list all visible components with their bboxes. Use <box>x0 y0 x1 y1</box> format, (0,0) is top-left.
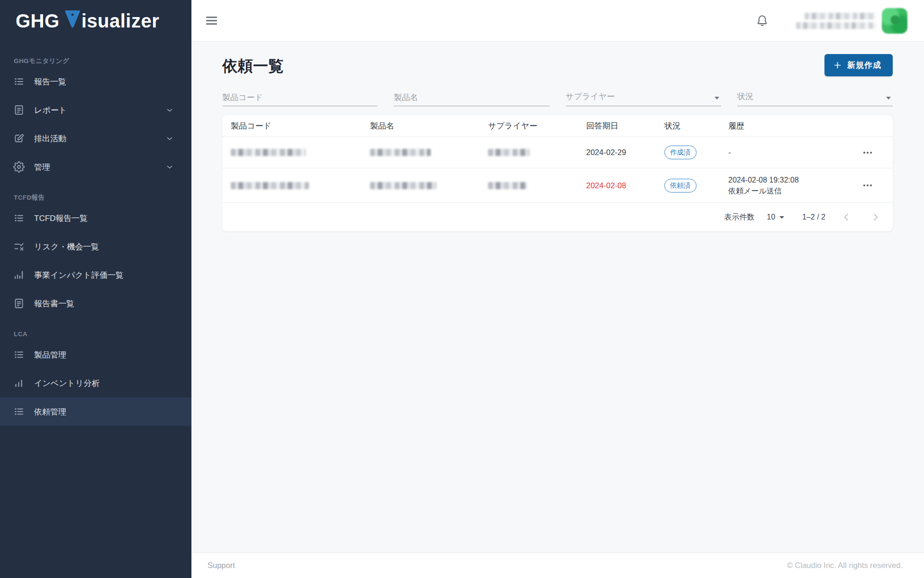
cell-supplier-redacted <box>488 182 527 189</box>
sidebar-item-label: レポート <box>34 105 67 116</box>
sidebar-item-label: リスク・機会一覧 <box>34 241 99 252</box>
sidebar-item-label: 製品管理 <box>34 349 66 360</box>
list-icon <box>13 349 25 360</box>
column-header-due-date: 回答期日 <box>586 120 664 131</box>
cell-supplier-redacted <box>488 149 530 156</box>
logo-text-suffix: isualizer <box>82 10 160 32</box>
support-link[interactable]: Support <box>208 561 235 570</box>
user-avatar[interactable] <box>882 8 907 34</box>
sidebar-item-label: インベントリ分析 <box>34 378 100 389</box>
list-icon <box>13 76 25 87</box>
sidebar: GHG isualizer GHGモニタリング 報告一覧 レポート <box>0 0 191 578</box>
document-icon <box>13 104 25 116</box>
column-header-product-name: 製品名 <box>370 120 488 131</box>
cell-product-name-redacted <box>370 149 431 156</box>
product-code-input[interactable] <box>222 87 378 106</box>
rows-per-page-select[interactable]: 10 <box>767 213 784 221</box>
rows-per-page-label: 表示件数 <box>724 212 754 222</box>
sidebar-item-label: TCFD報告一覧 <box>34 213 88 224</box>
column-header-status: 状況 <box>664 120 728 131</box>
page-title: 依頼一覧 <box>222 56 284 77</box>
product-name-input[interactable] <box>394 87 549 106</box>
sidebar-item-inventory-analysis[interactable]: インベントリ分析 <box>0 369 191 397</box>
create-new-button[interactable]: 新規作成 <box>824 54 893 76</box>
cell-product-code-redacted <box>231 182 309 189</box>
sidebar-item-report-document-list[interactable]: 報告書一覧 <box>0 289 191 318</box>
cell-due-date: 2024-02-08 <box>586 181 664 190</box>
cell-product-name-redacted <box>370 182 436 189</box>
edit-icon <box>13 133 25 144</box>
sidebar-item-label: 管理 <box>34 162 50 173</box>
sidebar-nav: GHGモニタリング 報告一覧 レポート 排出活動 <box>0 42 191 426</box>
impact-chart-icon <box>13 269 25 281</box>
footer: Support © Claudio Inc. All rights reserv… <box>191 552 924 578</box>
gear-icon <box>13 161 25 173</box>
logo-v-icon <box>64 9 81 33</box>
status-badge: 作成済 <box>664 146 697 159</box>
list-icon <box>13 212 25 224</box>
sidebar-item-risk-opportunity-list[interactable]: リスク・機会一覧 <box>0 232 191 261</box>
next-page-icon[interactable] <box>867 209 884 226</box>
bar-chart-icon <box>13 377 25 389</box>
column-header-history: 履歴 <box>728 120 847 131</box>
sidebar-item-label: 排出活動 <box>34 133 66 144</box>
dropdown-arrow-icon <box>779 216 784 219</box>
cell-product-code-redacted <box>231 149 306 156</box>
pagination-range: 1–2 / 2 <box>802 213 825 221</box>
sidebar-item-report-list[interactable]: 報告一覧 <box>0 67 191 96</box>
chevron-down-icon <box>165 105 174 115</box>
list-icon <box>13 406 25 417</box>
nav-section-tcfd: TCFD報告 <box>0 192 191 204</box>
sidebar-item-business-impact-list[interactable]: 事業インパクト評価一覧 <box>0 261 191 289</box>
table-row[interactable]: 2024-02-29 作成済 - <box>222 137 893 168</box>
user-name-line1-redacted <box>805 13 876 19</box>
previous-page-icon[interactable] <box>838 209 855 226</box>
row-actions-menu-icon[interactable] <box>859 144 877 162</box>
chevron-down-icon <box>165 134 174 143</box>
sidebar-item-label: 事業インパクト評価一覧 <box>34 270 124 281</box>
chevron-down-icon <box>165 162 174 172</box>
sidebar-item-label: 報告書一覧 <box>34 298 74 309</box>
user-name[interactable] <box>796 13 876 29</box>
column-header-supplier: サプライヤー <box>488 120 586 131</box>
logo-text-prefix: GHG <box>16 10 60 32</box>
plus-icon <box>833 61 842 70</box>
nav-section-ghg-monitoring: GHGモニタリング <box>0 55 191 67</box>
top-bar <box>191 0 924 42</box>
column-header-product-code: 製品コード <box>231 120 370 131</box>
app-logo: GHG isualizer <box>0 0 191 42</box>
status-badge: 依頼済 <box>664 179 697 193</box>
cell-history: 2024-02-08 19:32:08 依頼メール送信 <box>728 174 847 196</box>
copyright-text: © Claudio Inc. All rights reserved. <box>787 561 903 570</box>
main-content: 依頼一覧 新規作成 サプライヤー 状況 <box>191 42 924 552</box>
sidebar-item-label: 報告一覧 <box>34 76 66 87</box>
row-actions-menu-icon[interactable] <box>859 176 877 194</box>
table-row[interactable]: 2024-02-08 依頼済 2024-02-08 19:32:08 依頼メール… <box>222 168 893 203</box>
filter-row: サプライヤー 状況 <box>222 87 893 106</box>
user-name-line2-redacted <box>796 22 876 29</box>
hamburger-menu-icon[interactable] <box>206 14 219 28</box>
product-name-filter <box>394 87 549 106</box>
notification-bell-icon[interactable] <box>752 10 772 31</box>
sidebar-item-tcfd-report-list[interactable]: TCFD報告一覧 <box>0 204 191 232</box>
dropdown-arrow-icon <box>715 97 719 100</box>
status-select[interactable]: 状況 <box>737 87 893 106</box>
sidebar-item-admin[interactable]: 管理 <box>0 153 191 181</box>
sidebar-item-label: 依頼管理 <box>34 406 66 417</box>
sidebar-item-request-management[interactable]: 依頼管理 <box>0 397 191 426</box>
nav-section-lca: LCA <box>0 328 191 340</box>
product-code-filter <box>222 87 378 106</box>
cell-history: - <box>728 147 847 158</box>
sidebar-item-product-management[interactable]: 製品管理 <box>0 340 191 369</box>
table-header-row: 製品コード 製品名 サプライヤー 回答期日 状況 履歴 <box>222 115 893 137</box>
sidebar-item-emission-activity[interactable]: 排出活動 <box>0 124 191 153</box>
request-table-card: 製品コード 製品名 サプライヤー 回答期日 状況 履歴 2024-02-29 作… <box>222 115 893 231</box>
supplier-select[interactable]: サプライヤー <box>566 87 721 106</box>
cell-due-date: 2024-02-29 <box>586 148 664 157</box>
table-pagination: 表示件数 10 1–2 / 2 <box>222 203 893 231</box>
rule-icon <box>13 241 25 252</box>
sidebar-item-report[interactable]: レポート <box>0 96 191 124</box>
dropdown-arrow-icon <box>886 97 891 100</box>
document-icon <box>13 298 25 309</box>
